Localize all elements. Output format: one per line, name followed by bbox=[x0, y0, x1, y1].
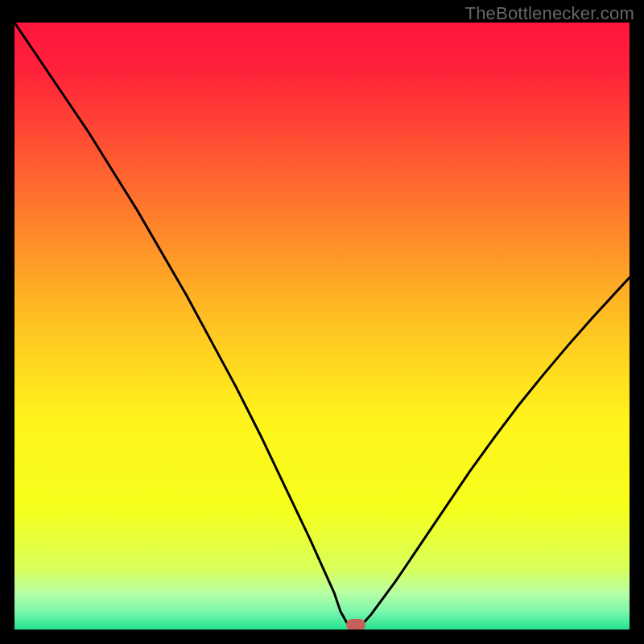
plot-area bbox=[14, 23, 630, 630]
watermark-text: TheBottlenecker.com bbox=[465, 3, 634, 24]
optimal-point-marker bbox=[346, 619, 365, 630]
gradient-background bbox=[14, 23, 630, 630]
chart-svg bbox=[14, 23, 630, 630]
chart-frame: TheBottlenecker.com bbox=[0, 0, 644, 644]
